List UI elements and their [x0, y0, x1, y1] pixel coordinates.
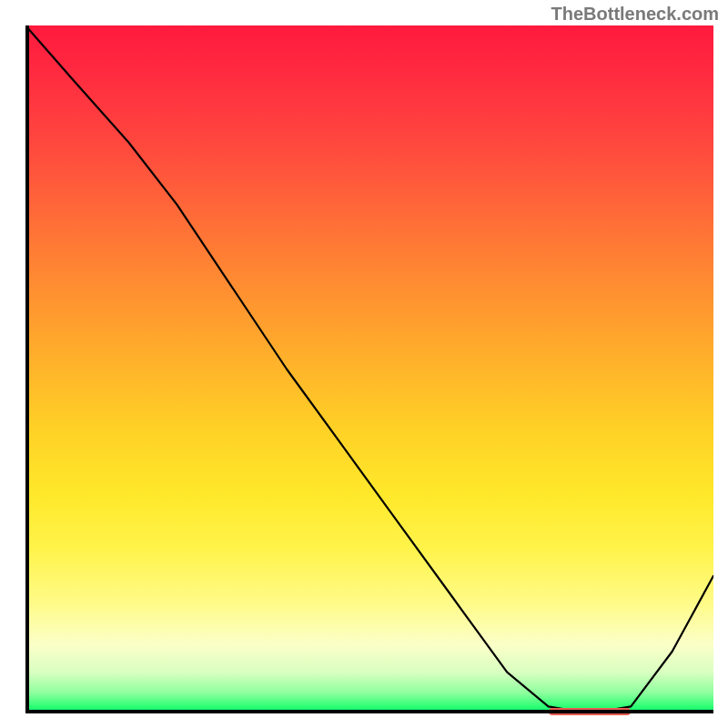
plot-area: [25, 25, 713, 713]
chart-container: TheBottleneck.com: [0, 0, 728, 728]
attribution-text: TheBottleneck.com: [551, 4, 719, 25]
optimal-range-marker: [549, 708, 632, 715]
bottleneck-curve: [25, 25, 713, 713]
